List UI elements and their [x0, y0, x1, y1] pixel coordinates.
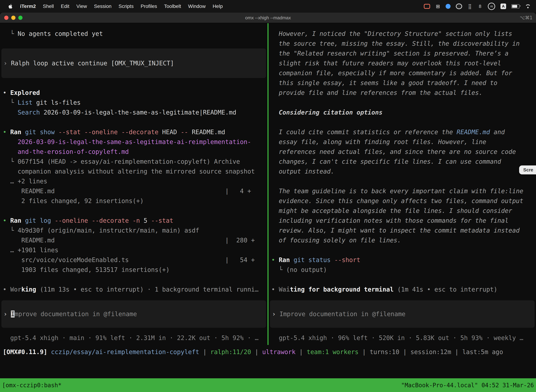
text-segment: src/voice/voiceModeEnabled.ts | 54 + — [3, 257, 255, 263]
terminal-line: Search 2026-03-09-is-legal-the-same-as-l… — [0, 107, 268, 117]
text-segment: the "Related research writing" section i… — [271, 50, 509, 57]
right-terminal-pane[interactable]: However, I noticed the "Directory Struct… — [268, 23, 536, 345]
text-segment: and — [490, 129, 505, 135]
menu-item-view[interactable]: View — [73, 4, 90, 9]
text-segment: Wor — [10, 286, 21, 293]
text-segment: I could cite commit statistics or refere… — [271, 129, 457, 135]
menu-item-toolbelt[interactable]: Toolbelt — [161, 4, 185, 9]
text-segment: output instead. — [271, 168, 334, 175]
text-segment: git log — [21, 217, 51, 224]
text-segment: [OMX#0.11.9] — [3, 348, 51, 355]
menu-item-shell[interactable]: Shell — [39, 4, 57, 9]
terminal-line: … +1901 lines — [0, 245, 268, 255]
keyboard-count-icon[interactable]: 8 — [478, 3, 483, 9]
text-segment: of focusing solely on file lines. — [271, 237, 401, 244]
text-segment: … +1901 lines — [3, 247, 58, 254]
battery-icon[interactable] — [511, 4, 519, 9]
menu-item-edit[interactable]: Edit — [57, 4, 73, 9]
text-segment: List — [18, 99, 32, 106]
blank-line — [268, 98, 536, 107]
text-segment: Considering citation options — [271, 109, 383, 116]
terminal-line: • Explored — [0, 88, 268, 98]
blank-line — [0, 117, 268, 127]
omx-status-bar: [OMX#0.11.9] cczip/essay/ai-reimplementa… — [0, 345, 536, 359]
screen-recording-icon[interactable] — [424, 4, 430, 9]
terminal-line: • Waiting for background terminal (1m 41… — [268, 285, 536, 294]
zoom-button[interactable] — [18, 16, 23, 20]
text-segment: references need actual files, and since … — [271, 148, 516, 155]
terminal-line: └ No agents completed yet — [0, 29, 268, 39]
text-segment: README.md | 280 + — [3, 237, 255, 244]
terminal-line: changes, I can't cite specific file line… — [268, 157, 536, 167]
window-title-bar[interactable]: omx --xhigh --madmax ⌥⌘1 — [0, 13, 536, 23]
text-segment: I — [11, 311, 14, 317]
terminal-line: └ List git ls-files — [0, 98, 268, 107]
apple-menu-icon[interactable] — [5, 4, 17, 9]
minimize-button[interactable] — [11, 16, 15, 20]
window-shortcut-badge: ⌥⌘1 — [520, 13, 532, 23]
text-segment: › — [4, 311, 11, 317]
close-button[interactable] — [4, 16, 9, 20]
terminal-line: review. Also, I might want to inspect th… — [268, 225, 536, 235]
display-grid-icon[interactable]: ⊞ — [436, 3, 440, 9]
status-line-left: gpt-5.4 xhigh · main · 91% left · 2.31M … — [0, 333, 268, 343]
text-segment: review. Also, I might want to inspect th… — [271, 227, 520, 234]
tmux-host-clock: "MacBook-Pro-44.local" 04:52 31-Mar-26 — [401, 382, 534, 389]
terminal-line: The team guideline is to back every impo… — [268, 186, 536, 196]
wifi-icon[interactable] — [525, 4, 531, 9]
text-segment: › — [4, 60, 11, 67]
screen: iTerm2 Shell Edit View Session Scripts P… — [0, 0, 536, 392]
text-segment: • — [3, 129, 10, 135]
terminal-line: companion file, especially if more comme… — [268, 68, 536, 78]
input-source-icon[interactable]: A — [500, 4, 506, 9]
menu-item-session[interactable]: Session — [90, 4, 115, 9]
text-segment: turns:10 | session:12m | last:5m ago — [370, 348, 503, 355]
traffic-lights — [4, 13, 23, 23]
blank-line — [268, 245, 536, 255]
prompt-input-right[interactable]: › Improve documentation in @filename — [270, 300, 535, 328]
text-segment: └ — [3, 99, 18, 106]
text-segment: --stat — [147, 217, 173, 224]
text-segment: king — [21, 286, 36, 293]
text-segment: team:1 workers — [307, 348, 359, 355]
left-terminal-pane[interactable]: └ No agents completed yet› Ralph loop ac… — [0, 23, 268, 345]
bottom-gap — [0, 359, 536, 378]
terminal-line: 1903 files changed, 513517 insertions(+) — [0, 265, 268, 275]
menu-item-window[interactable]: Window — [185, 4, 209, 9]
terminal-line: and-the-erosion-of-copyleft.md — [0, 147, 268, 157]
text-segment: companion file, especially if more comme… — [271, 70, 512, 77]
menu-item-iterm2[interactable]: iTerm2 — [17, 4, 39, 9]
text-segment: › — [272, 311, 279, 317]
menu-item-scripts[interactable]: Scripts — [115, 4, 137, 9]
text-segment: (11m 13s • esc to interrupt) · 1 backgro… — [36, 286, 258, 293]
text-segment: and-the-erosion-of-copyleft.md — [3, 148, 129, 155]
text-segment: slight risk that future readers may over… — [271, 60, 501, 67]
dark-app-icon[interactable] — [456, 4, 462, 9]
terminal-panes: └ No agents completed yet› Ralph loop ac… — [0, 23, 536, 345]
text-segment: README.md | 4 + — [3, 187, 251, 195]
menu-item-profiles[interactable]: Profiles — [137, 4, 161, 9]
text-segment: The team guideline is to back every impo… — [271, 187, 523, 195]
blue-app-icon[interactable] — [446, 4, 450, 9]
text-segment: (1m 41s • esc to interrupt) — [393, 286, 497, 293]
prompt-input-left[interactable]: › Improve documentation in @filename — [1, 300, 266, 328]
text-segment: Ralph loop active continue [OMX_TMUX_INJ… — [11, 60, 174, 67]
terminal-line: 2026-03-09-is-legal-the-same-as-legitima… — [0, 137, 268, 147]
window-title: omx --xhigh --madmax — [0, 13, 536, 23]
text-segment: README.md — [457, 129, 490, 135]
dots-grid-icon[interactable]: ⣿ — [467, 3, 472, 9]
cpu-gauge-icon[interactable]: .61 — [488, 3, 495, 10]
text-segment: -- — [177, 129, 188, 135]
blank-line — [268, 117, 536, 127]
text-segment: | — [359, 348, 370, 355]
text-segment: 2 files changed, 92 insertions(+) — [3, 197, 144, 205]
text-segment: 2026-03-09-is-legal-the-same-as-legitima… — [40, 109, 236, 116]
terminal-line: 2 files changed, 92 insertions(+) — [0, 196, 268, 206]
text-segment: essay file, along with finding root file… — [271, 138, 486, 145]
text-segment: this single essay, it seems like a good … — [271, 79, 497, 86]
text-segment: ultrawork — [262, 348, 296, 355]
menu-item-help[interactable]: Help — [209, 4, 226, 9]
terminal-line: • Ran git show --stat --oneline --decora… — [0, 127, 268, 137]
terminal-line: README.md | 4 + — [0, 186, 268, 196]
screen-overlay-button[interactable]: Scre — [519, 165, 536, 174]
